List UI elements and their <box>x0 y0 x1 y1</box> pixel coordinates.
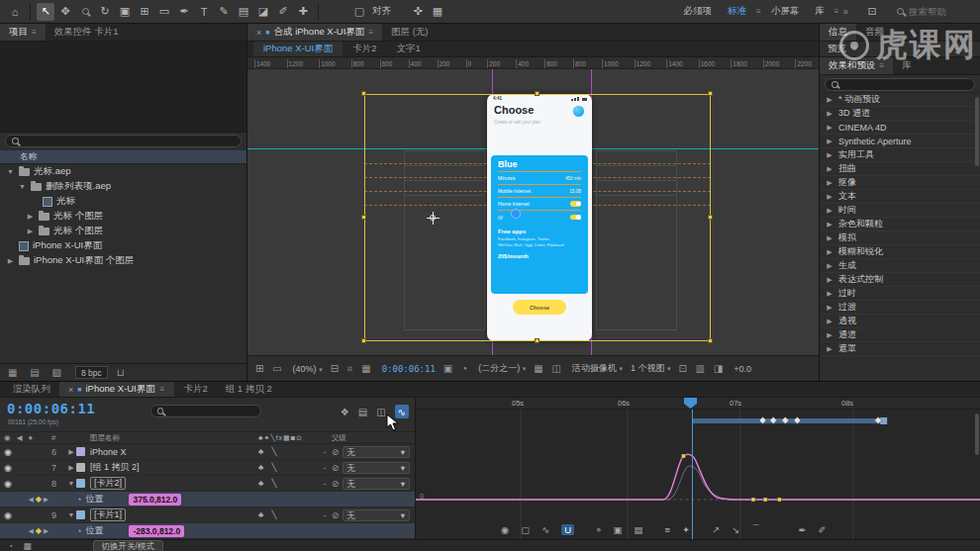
comp-statusbar-icons[interactable]: ⊟ ⌗ ▦ <box>331 363 374 375</box>
layer-row[interactable]: ◉ 8 ▼ [卡片2] ♣ ╲ - ⊘无▾ <box>0 476 415 492</box>
effect-category[interactable]: ▶模糊和锐化 <box>820 245 980 259</box>
workspace-item[interactable]: 必须项 <box>684 5 713 18</box>
tab-info[interactable]: 信息 <box>820 24 856 41</box>
timeline-status-icons[interactable]: ◔ ▦ <box>8 541 36 551</box>
tree-item[interactable]: ▼ 删除列表项.aep <box>0 179 246 194</box>
tree-item[interactable]: ▶ iPhone X-UI界面 个图层 <box>0 253 246 268</box>
orbit-tool[interactable]: ↻ <box>96 3 114 21</box>
panel-menu-icon[interactable]: ≡ <box>852 45 857 53</box>
parent-dropdown[interactable]: 无▾ <box>343 446 410 458</box>
panel-menu-icon[interactable]: ≡ <box>880 61 885 70</box>
effect-category[interactable]: ▶过时 <box>820 287 980 301</box>
pen-icon[interactable]: ✒ <box>798 524 806 535</box>
menu-icon[interactable]: ≡ <box>756 7 761 16</box>
camera-tool[interactable]: ▣ <box>116 3 134 21</box>
twirl-icon[interactable]: ▶ <box>26 228 35 235</box>
resolution-select[interactable]: (二分之一) ▾ <box>478 362 526 375</box>
layer-name[interactable]: [卡片2] <box>90 477 126 490</box>
easy-ease-icon[interactable]: ⌒ <box>751 523 761 536</box>
layer-name[interactable]: [组 1 拷贝 2] <box>90 461 258 474</box>
label-color-chip[interactable] <box>76 447 85 456</box>
menu-icon[interactable]: ≡ <box>834 7 839 16</box>
selection-handle[interactable] <box>708 91 713 96</box>
align-checkbox-icon[interactable]: ▢ <box>350 3 368 21</box>
composition-mini-flow-icon[interactable]: ❖ <box>341 407 349 417</box>
graph-tool-icon[interactable]: ◉ <box>501 524 509 535</box>
toggle-switches-modes-button[interactable]: 切换开关/模式 <box>93 540 163 551</box>
effect-category[interactable]: ▶实用工具 <box>820 148 980 162</box>
parent-pickwhip-icon[interactable]: ⊘ <box>332 510 340 520</box>
parent-pickwhip-icon[interactable]: ⊘ <box>332 479 340 489</box>
comp-timecode[interactable]: 0:00:06:11 <box>382 364 436 374</box>
layer-name[interactable]: [卡片1] <box>90 508 126 521</box>
graph-tool-icon[interactable]: ▤ <box>634 524 642 535</box>
zoom-level[interactable]: (40%) ▾ <box>293 364 323 374</box>
more-workspaces-icon[interactable]: » <box>842 6 848 17</box>
playhead-handle[interactable] <box>684 398 697 409</box>
frame-blend-icon[interactable]: ◫ <box>376 407 385 417</box>
selection-tool[interactable]: ↖ <box>37 3 54 21</box>
selection-handle[interactable] <box>708 338 713 343</box>
graph-tool-icon[interactable]: ▣ <box>613 524 622 535</box>
project-search-input[interactable] <box>23 137 235 146</box>
effect-category[interactable]: ▶表达式控制 <box>820 273 980 287</box>
grid-icon[interactable]: ▦ <box>429 3 446 21</box>
property-name[interactable]: 位置 <box>85 493 103 505</box>
effect-category[interactable]: ▶Synthetic Aperture <box>820 135 980 148</box>
tree-item[interactable]: ▼ 光标.aep <box>0 164 246 179</box>
type-tool[interactable]: T <box>195 3 213 21</box>
bit-depth-badge[interactable]: 8 bpc <box>75 366 108 379</box>
ease-out-icon[interactable]: ↘ <box>732 524 739 535</box>
pan-behind-tool[interactable]: ⊞ <box>136 3 153 21</box>
project-search-box[interactable] <box>5 135 242 147</box>
twirl-icon[interactable]: ▼ <box>66 511 76 518</box>
draw-icon[interactable]: ✐ <box>818 524 826 535</box>
clone-stamp-tool[interactable]: ▤ <box>235 3 252 21</box>
tab-timeline[interactable]: 组 1 拷贝 2 <box>217 382 281 397</box>
twirl-icon[interactable]: ▶ <box>66 464 76 472</box>
footer-icon[interactable]: ▦ ▤ ▧ <box>8 367 66 378</box>
layer-switches[interactable]: ♣ ╲ <box>258 463 318 472</box>
graph-tool-icon[interactable]: ✦ <box>682 524 690 535</box>
comp-tab-active[interactable]: iPhone X-UI界面 <box>253 42 343 56</box>
hand-tool[interactable]: ✥ <box>56 3 74 21</box>
comp-statusbar-icons[interactable]: ▦ ◫ <box>534 363 564 374</box>
exposure-value[interactable]: +0.0 <box>734 364 751 374</box>
tree-item[interactable]: iPhone X-UI界面 <box>0 238 246 253</box>
home-icon[interactable]: ⌂ <box>6 3 24 21</box>
effects-search-input[interactable] <box>842 79 968 89</box>
twirl-icon[interactable]: ▶ <box>66 448 76 456</box>
tab-layer[interactable]: 图层 (无) <box>382 24 437 41</box>
graph-tool-icon[interactable]: ⌖ <box>596 524 601 536</box>
tab-render-queue[interactable]: 渲染队列 <box>4 382 59 397</box>
layer-row[interactable]: ◉ 6 ▶ iPhone X ♣ ╲ - ⊘无▾ <box>0 444 415 460</box>
mask-icon[interactable]: ✜ <box>409 3 427 21</box>
effect-category[interactable]: ▶遮罩 <box>820 342 980 356</box>
parent-pickwhip-icon[interactable]: ⊘ <box>332 447 340 457</box>
layer-row[interactable]: ◉ 7 ▶ [组 1 拷贝 2] ♣ ╲ - ⊘无▾ <box>0 460 415 476</box>
tree-item[interactable]: 光标 <box>0 194 246 209</box>
tab-timeline-active[interactable]: × ■ iPhone X-UI界面 ≡ <box>59 382 174 397</box>
tab-audio[interactable]: 音频 <box>856 24 893 41</box>
effect-category[interactable]: ▶透视 <box>820 315 980 328</box>
eye-icon[interactable]: ◉ <box>4 463 12 473</box>
property-row[interactable]: ◀◆▶ ◔位置 -283.0,812.0 <box>0 523 415 539</box>
pen-tool[interactable]: ✒ <box>175 3 193 21</box>
comp-statusbar-icons[interactable]: ⊞ ▭ <box>255 363 285 374</box>
graph-tool-icon[interactable]: ∿ <box>541 524 549 535</box>
active-camera-select[interactable]: 活动摄像机 ▾ <box>572 362 623 375</box>
effects-search-box[interactable] <box>825 78 975 91</box>
parent-dropdown[interactable]: 无▾ <box>343 478 410 490</box>
index-column-header[interactable]: # <box>51 433 66 442</box>
layer-name-column-header[interactable]: 图层名称 <box>90 433 258 443</box>
twirl-icon[interactable]: ▼ <box>6 168 15 175</box>
workspace-item[interactable]: 小屏幕 <box>771 5 800 18</box>
effect-category[interactable]: ▶过渡 <box>820 301 980 315</box>
brush-tool[interactable]: ✎ <box>215 3 233 21</box>
property-row[interactable]: ◀◆▶ ◔位置 375.0,812.0 <box>0 492 415 507</box>
tab-library[interactable]: 库 <box>893 57 921 74</box>
layer-name[interactable]: iPhone X <box>90 447 258 457</box>
layer-row[interactable]: ◉ 9 ▼ [卡片1] ♣ ╲ - ⊘无▾ <box>0 507 415 523</box>
graph-editor-button[interactable]: ∿ <box>395 405 409 418</box>
tab-effects-presets[interactable]: 效果和预设 ≡ <box>820 57 893 74</box>
